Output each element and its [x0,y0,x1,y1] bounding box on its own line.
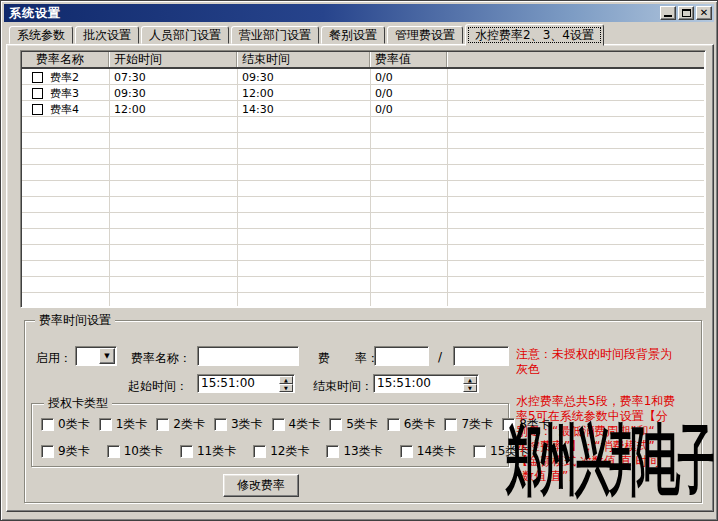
rate-value-cell: 0/0 [370,103,447,116]
checkbox-icon[interactable] [400,445,413,458]
modify-rate-button[interactable]: 修改费率 [223,474,299,497]
table-row[interactable]: 费率2 07:30 09:30 0/0 [22,69,704,85]
card-type-label: 1类卡 [116,416,148,433]
start-time-value: 15:51:00 [201,376,255,391]
checkbox-icon[interactable] [473,445,486,458]
end-time-cell: 12:00 [237,87,370,100]
minimize-icon [664,15,672,17]
checkbox-icon[interactable] [41,418,54,431]
card-type-label: 7类卡 [461,416,493,433]
start-time-cell: 07:30 [109,71,237,84]
checkbox-icon[interactable] [329,418,342,431]
tab-system-params[interactable]: 系统参数 [9,26,73,44]
checkbox-icon[interactable] [180,445,193,458]
card-type-label: 9类卡 [58,443,90,460]
checkbox-icon[interactable] [272,418,285,431]
rate-name-input[interactable] [197,346,299,366]
maximize-icon [682,9,691,17]
rate-name: 费率4 [50,102,79,117]
tab-batch-settings[interactable]: 批次设置 [75,26,139,44]
chevron-down-icon[interactable]: ▼ [99,348,115,364]
rate-value-cell: 0/0 [370,71,447,84]
card-type-label: 4类卡 [289,416,321,433]
card-type-checkbox-14[interactable]: 14类卡 [400,443,456,460]
checkbox-icon[interactable] [444,418,457,431]
table-row[interactable]: 费率4 12:00 14:30 0/0 [22,101,704,117]
card-type-checkbox-7[interactable]: 7类卡 [444,416,493,433]
card-type-checkbox-2[interactable]: 2类卡 [156,416,205,433]
card-type-checkbox-3[interactable]: 3类卡 [214,416,263,433]
fee-label: 费 [318,350,330,367]
checkbox-icon[interactable] [214,418,227,431]
note-unauthorized: 注意：未授权的时间段背景为 灰色 [516,347,672,377]
tab-meal-category[interactable]: 餐别设置 [321,26,385,44]
rate-table: 费率名称 开始时间 结束时间 费率值 费率2 07:30 09:30 0/0 [20,50,706,308]
rate-time-settings-legend: 费率时间设置 [35,313,115,328]
column-header-empty[interactable] [447,52,704,67]
end-time-cell: 14:30 [237,103,370,116]
card-type-checkbox-4[interactable]: 4类卡 [272,416,321,433]
table-row[interactable]: 费率3 09:30 12:00 0/0 [22,85,704,101]
tab-personnel-dept[interactable]: 人员部门设置 [141,26,229,44]
end-time-cell: 09:30 [237,71,370,84]
card-type-label: 6类卡 [404,416,436,433]
card-type-checkbox-6[interactable]: 6类卡 [387,416,436,433]
rate-value-cell: 0/0 [370,87,447,100]
rate-name: 费率2 [50,70,79,85]
checkbox-icon[interactable] [253,445,266,458]
spinner-up-icon[interactable]: ▲ [463,376,477,384]
card-type-checkbox-12[interactable]: 12类卡 [253,443,309,460]
start-time-label: 起始时间： [128,378,188,395]
checkbox-icon[interactable] [156,418,169,431]
checkbox-icon[interactable] [387,418,400,431]
tab-water-rate-234[interactable]: 水控费率2、3、4设置 [465,24,604,46]
card-type-label: 14类卡 [417,443,456,460]
card-type-checkbox-11[interactable]: 11类卡 [180,443,236,460]
column-header-end-time[interactable]: 结束时间 [237,52,370,67]
column-header-start-time[interactable]: 开始时间 [109,52,237,67]
rate-value-input-2[interactable] [453,346,509,366]
card-type-label: 13类卡 [343,443,382,460]
spinner-down-icon[interactable]: ▼ [463,384,477,392]
checkbox-icon[interactable] [99,418,112,431]
row-checkbox[interactable] [32,72,43,83]
maximize-button[interactable] [678,6,694,20]
tab-bar: 系统参数 批次设置 人员部门设置 营业部门设置 餐别设置 管理费设置 水控费率2… [9,26,606,45]
tab-management-fee[interactable]: 管理费设置 [387,26,463,44]
rate-value-input-1[interactable] [374,346,429,366]
card-type-checkbox-0[interactable]: 0类卡 [41,416,90,433]
start-time-spinner[interactable]: 15:51:00 ▲ ▼ [197,374,295,393]
enable-combobox[interactable]: ▼ [75,346,117,366]
row-checkbox[interactable] [32,104,43,115]
card-type-checkbox-9[interactable]: 9类卡 [41,443,90,460]
card-type-label: 10类卡 [124,443,163,460]
card-type-checkbox-5[interactable]: 5类卡 [329,416,378,433]
column-header-rate-name[interactable]: 费率名称 [22,52,109,67]
slash-separator: / [438,350,442,364]
card-types-legend: 授权卡类型 [44,396,112,411]
spinner-up-icon[interactable]: ▲ [279,376,293,384]
titlebar[interactable]: 系统设置 ✕ [4,4,714,22]
start-time-cell: 09:30 [109,87,237,100]
table-body: 费率2 07:30 09:30 0/0 费率3 09:30 12:00 0/0 … [22,69,704,306]
end-time-value: 15:51:00 [377,376,431,391]
window-title: 系统设置 [9,5,61,22]
close-button[interactable]: ✕ [696,6,712,20]
spinner-down-icon[interactable]: ▼ [279,384,293,392]
checkbox-icon[interactable] [107,445,120,458]
end-time-label: 结束时间： [313,378,373,395]
checkbox-icon[interactable] [41,445,54,458]
minimize-button[interactable] [660,6,676,20]
card-type-checkbox-13[interactable]: 13类卡 [326,443,382,460]
start-time-cell: 12:00 [109,103,237,116]
card-type-checkbox-10[interactable]: 10类卡 [107,443,163,460]
checkbox-icon[interactable] [326,445,339,458]
card-type-label: 5类卡 [346,416,378,433]
end-time-spinner[interactable]: 15:51:00 ▲ ▼ [373,374,479,393]
card-type-row-2: 9类卡 10类卡 11类卡 12类卡 13类卡 14类卡 15类卡 [41,443,546,460]
column-header-rate-value[interactable]: 费率值 [370,52,447,67]
close-icon: ✕ [700,7,708,19]
tab-business-dept[interactable]: 营业部门设置 [231,26,319,44]
card-type-checkbox-1[interactable]: 1类卡 [99,416,148,433]
row-checkbox[interactable] [32,88,43,99]
